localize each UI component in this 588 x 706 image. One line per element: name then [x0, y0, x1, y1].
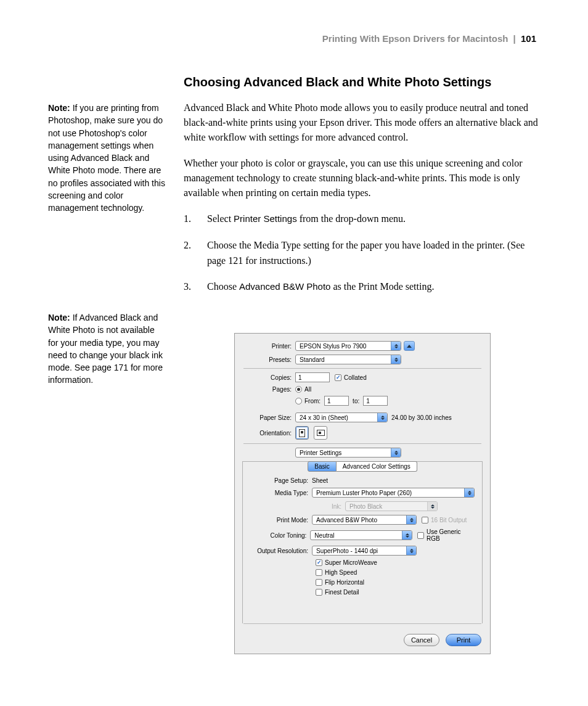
note-text: If Advanced Black and White Photo is not…	[48, 313, 163, 385]
media-type-select[interactable]: Premium Luster Photo Paper (260)	[312, 488, 475, 498]
use-generic-rgb-checkbox[interactable]	[417, 532, 424, 539]
chevron-icon	[427, 502, 437, 511]
margin-note-1: Note: If you are printing from Photoshop…	[48, 102, 165, 215]
finest-detail-checkbox[interactable]	[316, 589, 322, 596]
chevron-icon	[464, 488, 474, 497]
step-number: 1.	[184, 211, 207, 227]
button-label: Cancel	[411, 636, 432, 644]
pages-from-label: From:	[304, 398, 321, 404]
separator	[243, 623, 481, 624]
flip-horizontal-label: Flip Horizontal	[325, 579, 364, 586]
page-number: 101	[521, 33, 536, 44]
button-label: Print	[457, 636, 471, 644]
printer-select[interactable]: EPSON Stylus Pro 7900	[295, 341, 401, 351]
select-value: EPSON Stylus Pro 7900	[296, 343, 391, 350]
presets-label: Presets:	[235, 356, 295, 363]
select-value: 24 x 30 in (Sheet)	[296, 414, 377, 421]
ink-label: Ink:	[243, 503, 345, 510]
orientation-portrait-button[interactable]	[295, 426, 309, 440]
sixteen-bit-label: 16 Bit Output	[431, 517, 467, 523]
page-setup-label: Page Setup:	[243, 477, 312, 484]
input-value: 1	[298, 374, 302, 381]
note-label: Note:	[48, 313, 70, 322]
orientation-landscape-button[interactable]	[314, 426, 327, 440]
super-microweave-label: Super MicroWeave	[325, 559, 377, 566]
paper-size-note: 24.00 by 30.00 inches	[391, 414, 452, 421]
pages-to-label: to:	[353, 398, 359, 404]
step-text: as the Print Mode setting.	[330, 281, 434, 292]
flip-horizontal-checkbox[interactable]	[316, 579, 322, 586]
copies-input[interactable]: 1	[295, 372, 330, 382]
step-text: from the drop-down menu.	[297, 213, 406, 224]
pages-all-radio[interactable]	[295, 386, 302, 393]
select-value: SuperPhoto - 1440 dpi	[312, 548, 406, 554]
section-heading: Choosing Advanced Black and White Photo …	[184, 75, 541, 89]
ui-term: Advanced B&W Photo	[239, 281, 330, 292]
input-value: 1	[366, 398, 370, 404]
chevron-icon	[377, 413, 387, 422]
step-2: 2. Choose the Media Type setting for the…	[184, 238, 541, 269]
chevron-icon	[402, 531, 412, 540]
step-3: 3. Choose Advanced B&W Photo as the Prin…	[184, 279, 541, 295]
separator	[243, 368, 481, 369]
note-label: Note:	[48, 103, 70, 113]
sixteen-bit-checkbox	[422, 517, 428, 523]
collated-label: Collated	[344, 374, 367, 381]
tab-basic[interactable]: Basic	[308, 461, 336, 472]
pages-from-radio[interactable]	[295, 398, 302, 404]
pages-from-input[interactable]: 1	[324, 396, 349, 406]
print-mode-select[interactable]: Advanced B&W Photo	[312, 515, 417, 525]
step-number: 3.	[184, 279, 207, 295]
header-title: Printing With Epson Drivers for Macintos…	[322, 33, 508, 44]
chevron-icon	[391, 342, 401, 350]
disclosure-button[interactable]	[404, 341, 415, 351]
tab-advanced-color[interactable]: Advanced Color Settings	[337, 461, 417, 472]
main-content: Choosing Advanced Black and White Photo …	[184, 75, 541, 306]
super-microweave-checkbox[interactable]	[316, 559, 322, 566]
select-value: Photo Black	[346, 503, 427, 510]
page-setup-value: Sheet	[312, 477, 328, 484]
select-value: Advanced B&W Photo	[312, 517, 406, 523]
media-type-label: Media Type:	[243, 490, 312, 496]
cancel-button[interactable]: Cancel	[404, 634, 439, 646]
step-text: Select	[207, 213, 234, 224]
separator	[243, 443, 481, 444]
step-text: Choose the Media Type setting for the pa…	[207, 238, 541, 269]
chevron-icon	[391, 355, 401, 364]
paragraph-1: Advanced Black and White Photo mode allo…	[184, 101, 541, 145]
use-generic-rgb-label: Use Generic RGB	[427, 528, 475, 542]
printer-settings-panel: Basic Advanced Color Settings Page Setup…	[242, 461, 483, 623]
page-header: Printing With Epson Drivers for Macintos…	[322, 33, 536, 44]
collated-checkbox[interactable]	[335, 374, 341, 381]
pages-all-label: All	[304, 386, 311, 393]
high-speed-label: High Speed	[325, 569, 357, 576]
pages-label: Pages:	[235, 386, 295, 393]
chevron-icon	[406, 546, 416, 555]
select-value: Premium Luster Photo Paper (260)	[312, 490, 464, 496]
paper-size-label: Paper Size:	[235, 414, 295, 421]
header-separator: |	[513, 33, 516, 44]
landscape-icon	[317, 430, 325, 436]
margin-note-2: Note: If Advanced Black and White Photo …	[48, 311, 165, 387]
input-value: 1	[327, 398, 331, 404]
print-mode-label: Print Mode:	[243, 517, 312, 523]
ink-select: Photo Black	[345, 501, 438, 511]
paragraph-2: Whether your photo is color or grayscale…	[184, 156, 541, 200]
pages-to-input[interactable]: 1	[363, 396, 388, 406]
presets-select[interactable]: Standard	[295, 355, 401, 364]
step-text: Choose	[207, 281, 239, 292]
output-resolution-select[interactable]: SuperPhoto - 1440 dpi	[312, 546, 417, 556]
paper-size-select[interactable]: 24 x 30 in (Sheet)	[295, 413, 388, 422]
color-toning-select[interactable]: Neutral	[310, 530, 412, 540]
select-value: Neutral	[311, 532, 402, 539]
section-select[interactable]: Printer Settings	[295, 448, 401, 458]
high-speed-checkbox[interactable]	[316, 569, 322, 576]
orientation-label: Orientation:	[235, 430, 295, 437]
select-value: Standard	[296, 356, 391, 363]
print-dialog: Printer: EPSON Stylus Pro 7900 Presets: …	[234, 333, 491, 654]
print-button[interactable]: Print	[446, 634, 481, 646]
chevron-icon	[391, 448, 401, 457]
note-text: If you are printing from Photoshop, make…	[48, 103, 165, 213]
copies-label: Copies:	[235, 374, 295, 381]
chevron-icon	[406, 515, 416, 524]
